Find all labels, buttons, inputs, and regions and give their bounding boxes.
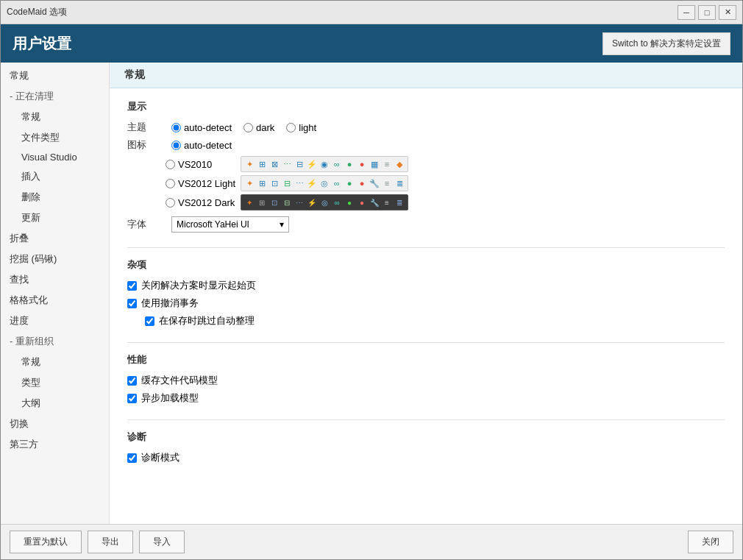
close-button[interactable]: 关闭 xyxy=(688,531,733,553)
di11: 🔧 xyxy=(369,196,380,208)
icon-vs2012dark[interactable]: VS2012 Dark xyxy=(166,197,236,208)
restore-button[interactable]: □ xyxy=(698,5,716,20)
sidebar-item-update[interactable]: 更新 xyxy=(1,208,109,228)
misc-skip-auto-cleanup[interactable]: 在保存时跳过自动整理 xyxy=(145,314,725,327)
misc-skip-auto-cleanup-checkbox[interactable] xyxy=(145,316,154,326)
main-content: 常规 - 正在清理 常规 文件类型 Visual Studio 插入 删除 更新… xyxy=(1,63,742,524)
font-dropdown-arrow: ▾ xyxy=(280,219,284,230)
divider-3 xyxy=(127,419,725,420)
close-window-button[interactable]: ✕ xyxy=(719,5,736,20)
perf-async-load-label: 异步加载模型 xyxy=(141,391,199,405)
sidebar-item-digging[interactable]: 挖掘 (码锹) xyxy=(1,249,109,269)
window-controls: ─ □ ✕ xyxy=(678,5,736,20)
diag-mode-checkbox[interactable] xyxy=(127,453,137,463)
sidebar-item-reorganize-general[interactable]: 常规 xyxy=(1,352,109,372)
theme-auto-label: auto-detect xyxy=(184,122,232,133)
sidebar-item-collapse[interactable]: 折叠 xyxy=(1,228,109,249)
sidebar-item-file-types[interactable]: 文件类型 xyxy=(1,127,109,148)
theme-dark-radio[interactable] xyxy=(243,123,253,132)
misc-show-start-page[interactable]: 关闭解决方案时显示起始页 xyxy=(127,279,725,292)
sidebar-item-cleaning-header: - 正在清理 xyxy=(1,86,109,107)
diag-mode[interactable]: 诊断模式 xyxy=(127,451,725,464)
li1: ✦ xyxy=(243,177,255,189)
font-select[interactable]: Microsoft YaHei UI ▾ xyxy=(171,216,289,233)
sidebar-item-switch[interactable]: 切换 xyxy=(1,414,109,434)
vs2010-icon-strip: ✦ ⊞ ⊠ ⋯ ⊟ ⚡ ◉ ∞ ● ● ▦ ≡ ◆ xyxy=(241,156,408,172)
window-title: CodeMaid 选项 xyxy=(7,6,67,18)
icon-auto-radio[interactable] xyxy=(171,141,181,150)
ic7: ◉ xyxy=(319,158,330,170)
icon-vs2012dark-radio[interactable] xyxy=(166,198,175,208)
sidebar-item-types[interactable]: 类型 xyxy=(1,372,109,393)
theme-light[interactable]: light xyxy=(286,122,316,133)
perf-cache-model[interactable]: 缓存文件代码模型 xyxy=(127,374,725,387)
reset-button[interactable]: 重置为默认 xyxy=(10,531,82,553)
sidebar-item-outline[interactable]: 大纲 xyxy=(1,393,109,414)
misc-skip-auto-cleanup-label: 在保存时跳过自动整理 xyxy=(159,314,255,327)
sidebar: 常规 - 正在清理 常规 文件类型 Visual Studio 插入 删除 更新… xyxy=(1,63,110,524)
di5: ⋯ xyxy=(294,196,305,208)
footer: 重置为默认 导出 导入 关闭 xyxy=(1,524,742,559)
switch-to-solution-button[interactable]: Switch to 解决方案特定设置 xyxy=(602,32,730,55)
di7: ◎ xyxy=(319,196,330,208)
sidebar-item-third-party[interactable]: 第三方 xyxy=(1,434,109,455)
titlebar: CodeMaid 选项 ─ □ ✕ xyxy=(1,1,742,24)
misc-section-title: 杂项 xyxy=(127,258,725,272)
theme-row: 主题 auto-detect dark light xyxy=(127,121,725,134)
ic5: ⊟ xyxy=(294,158,305,170)
vs2010-row: VS2010 ✦ ⊞ ⊠ ⋯ ⊟ ⚡ ◉ ∞ ● ● xyxy=(166,156,725,172)
icon-vs2012light-label: VS2012 Light xyxy=(178,178,235,189)
misc-use-undo[interactable]: 使用撤消事务 xyxy=(127,297,725,310)
sidebar-item-visual-studio[interactable]: Visual Studio xyxy=(1,148,109,166)
theme-auto-radio[interactable] xyxy=(171,123,181,132)
perf-async-load[interactable]: 异步加载模型 xyxy=(127,391,725,405)
icon-vs2012light-radio[interactable] xyxy=(166,179,175,188)
sidebar-item-insert[interactable]: 插入 xyxy=(1,166,109,187)
li5: ⋯ xyxy=(294,177,305,189)
di10: ● xyxy=(356,196,368,208)
ic6: ⚡ xyxy=(306,158,318,170)
footer-left-buttons: 重置为默认 导出 导入 xyxy=(10,531,688,553)
icon-auto-detect[interactable]: auto-detect xyxy=(171,140,232,151)
di2: ⊞ xyxy=(256,196,268,208)
theme-dark[interactable]: dark xyxy=(243,122,274,133)
font-label: 字体 xyxy=(127,218,166,231)
content-body: 显示 主题 auto-detect dark xyxy=(110,88,742,491)
diag-mode-label: 诊断模式 xyxy=(141,451,179,464)
content-heading: 常规 xyxy=(110,63,742,88)
icon-vs2010[interactable]: VS2010 xyxy=(166,159,236,170)
display-section: 显示 主题 auto-detect dark xyxy=(127,100,725,233)
minimize-button[interactable]: ─ xyxy=(678,5,695,20)
sidebar-item-formatting[interactable]: 格格式化 xyxy=(1,290,109,311)
vs2012dark-row: VS2012 Dark ✦ ⊞ ⊡ ⊟ ⋯ ⚡ ◎ ∞ ● ● xyxy=(166,194,725,210)
misc-use-undo-checkbox[interactable] xyxy=(127,299,137,308)
li2: ⊞ xyxy=(256,177,268,189)
icon-row: 图标 auto-detect xyxy=(127,138,725,152)
font-row: 字体 Microsoft YaHei UI ▾ xyxy=(127,216,725,233)
theme-auto-detect[interactable]: auto-detect xyxy=(171,122,232,133)
export-button[interactable]: 导出 xyxy=(88,531,133,553)
sidebar-item-general[interactable]: 常规 xyxy=(1,65,109,86)
import-button[interactable]: 导入 xyxy=(139,531,185,553)
ic4: ⋯ xyxy=(281,158,293,170)
performance-section-title: 性能 xyxy=(127,353,725,366)
perf-cache-model-checkbox[interactable] xyxy=(127,376,137,386)
sidebar-item-find[interactable]: 查找 xyxy=(1,269,109,290)
icon-vs2010-label: VS2010 xyxy=(178,159,212,170)
page-title: 用户设置 xyxy=(13,34,71,54)
di6: ⚡ xyxy=(306,196,318,208)
misc-use-undo-label: 使用撤消事务 xyxy=(141,297,199,310)
content-panel: 常规 显示 主题 auto-detect dark xyxy=(110,63,742,524)
icon-vs2012light[interactable]: VS2012 Light xyxy=(166,178,236,189)
perf-cache-model-label: 缓存文件代码模型 xyxy=(141,374,218,387)
display-section-title: 显示 xyxy=(127,100,725,113)
sidebar-item-cleaning-general[interactable]: 常规 xyxy=(1,107,109,127)
perf-async-load-checkbox[interactable] xyxy=(127,394,137,403)
ic13: ◆ xyxy=(394,158,405,170)
sidebar-item-progress[interactable]: 进度 xyxy=(1,311,109,331)
sidebar-item-remove[interactable]: 删除 xyxy=(1,187,109,208)
vs2012dark-icon-strip: ✦ ⊞ ⊡ ⊟ ⋯ ⚡ ◎ ∞ ● ● 🔧 ≡ ≣ xyxy=(241,194,408,210)
icon-vs2010-radio[interactable] xyxy=(166,160,175,169)
theme-light-radio[interactable] xyxy=(286,123,296,132)
misc-show-start-page-checkbox[interactable] xyxy=(127,281,137,291)
